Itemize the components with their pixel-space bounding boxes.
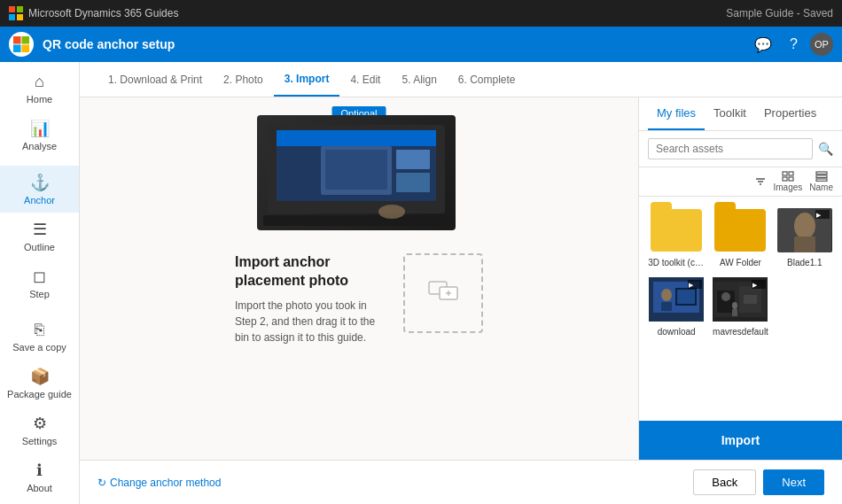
svg-rect-26 [783,177,787,181]
guide-content: Optional [80,97,638,460]
name-view-button[interactable]: Name [809,171,833,192]
asset-mavres[interactable]: ▶ mavresdefault [712,275,768,337]
step-complete[interactable]: 6. Complete [448,62,526,97]
analyse-icon: 📊 [30,119,50,138]
svg-point-16 [378,205,405,219]
drop-zone[interactable] [403,253,483,333]
mavres-image: ▶ [713,277,768,322]
asset-download-label: download [658,327,696,337]
svg-rect-49 [744,295,757,304]
svg-point-32 [794,213,815,239]
svg-rect-3 [17,14,23,20]
app-logo [9,32,34,57]
images-view-button[interactable]: Images [774,171,803,192]
about-icon: ℹ [36,461,43,480]
change-anchor-method-link[interactable]: ↻ Change anchor method [97,477,221,489]
sidebar-item-anchor[interactable]: ⚓ Anchor [0,166,79,213]
svg-rect-5 [22,36,30,44]
sidebar-label-settings: Settings [22,436,58,446]
images-label: Images [774,182,803,192]
svg-rect-24 [783,172,787,175]
laptop-image [257,115,456,230]
step-download[interactable]: 1. Download & Print [97,62,213,97]
svg-rect-4 [13,36,21,44]
asset-3d-toolkit-label: 3D toolkit (custom) [648,258,705,268]
sidebar-item-save-copy[interactable]: ⎘ Save a copy [0,314,79,360]
save-copy-icon: ⎘ [35,321,44,339]
sidebar-item-analyse[interactable]: 📊 Analyse [0,112,79,159]
step-info: Import anchor placement photo Import the… [235,253,483,345]
guide-image-section: Import anchor placement photo Import the… [106,115,612,345]
titlebar: Microsoft Dynamics 365 Guides Sample Gui… [0,0,842,27]
sidebar: ⌂ Home 📊 Analyse ⚓ Anchor ☰ Outline ◻ St… [0,62,80,504]
filter-button[interactable] [754,175,767,188]
sidebar-item-settings[interactable]: ⚙ Settings [0,407,79,454]
change-method-icon: ↻ [97,477,106,489]
sidebar-item-step[interactable]: ◻ Step [0,260,79,306]
tab-my-files[interactable]: My files [648,97,705,130]
step-import[interactable]: 3. Import [274,62,340,97]
sidebar-item-home[interactable]: ⌂ Home [0,66,79,112]
assets-grid: 3D toolkit (custom) AW Folder [639,197,842,421]
svg-rect-41 [677,290,695,304]
anchor-icon: ⚓ [30,173,50,192]
svg-rect-39 [661,302,672,311]
asset-aw-thumb [713,205,768,254]
help-button[interactable]: ? [784,33,803,56]
svg-rect-0 [9,6,15,12]
search-bar: 🔍 [639,131,842,167]
sidebar-label-analyse: Analyse [22,141,57,151]
svg-rect-2 [9,14,15,20]
svg-point-48 [721,292,730,301]
sidebar-label-save-copy: Save a copy [12,342,66,353]
step-edit[interactable]: 4. Edit [339,62,391,97]
asset-mavres-thumb: ▶ [713,275,768,323]
folder-icon-3d [651,209,702,252]
next-button[interactable]: Next [763,469,824,495]
svg-rect-14 [396,150,430,169]
tab-properties[interactable]: Properties [755,97,825,130]
svg-rect-30 [816,179,827,182]
sidebar-label-step: Step [29,289,50,299]
search-input[interactable] [648,138,813,159]
search-button[interactable]: 🔍 [818,142,833,156]
home-icon: ⌂ [35,73,44,91]
outline-icon: ☰ [33,220,47,239]
svg-rect-25 [789,172,793,175]
view-options: Images Name [639,167,842,197]
sidebar-item-about[interactable]: ℹ About [0,454,79,500]
import-button[interactable]: Import [648,428,833,453]
feedback-button[interactable]: 💬 [749,33,777,57]
step-title: Import anchor placement photo [235,253,386,291]
tab-toolkit[interactable]: Toolkit [705,97,755,130]
step-icon: ◻ [33,267,46,286]
asset-blade[interactable]: ▶ Blade1.1 [776,205,833,268]
svg-rect-15 [396,173,430,192]
package-icon: 📦 [30,367,50,386]
sidebar-item-package[interactable]: 📦 Package guide [0,360,79,407]
header-actions: 💬 ? OP [749,33,833,57]
svg-rect-13 [325,150,387,190]
step-text: Import anchor placement photo Import the… [235,253,386,345]
svg-point-38 [661,289,672,301]
layout: ⌂ Home 📊 Analyse ⚓ Anchor ☰ Outline ◻ St… [0,62,842,504]
drop-icon [427,276,459,310]
right-panel: My files Toolkit Properties 🔍 [638,97,842,460]
app-header: QR code anchor setup 💬 ? OP [0,27,842,62]
footer: ↻ Change anchor method Back Next [80,460,842,504]
step-photo[interactable]: 2. Photo [213,62,274,97]
asset-aw-folder[interactable]: AW Folder [712,205,768,268]
sidebar-item-outline[interactable]: ☰ Outline [0,213,79,260]
user-button[interactable]: OP [810,33,833,56]
svg-rect-27 [789,177,793,181]
step-align[interactable]: 5. Align [391,62,447,97]
sidebar-label-outline: Outline [24,242,55,252]
sidebar-label-anchor: Anchor [24,195,55,205]
asset-blade-label: Blade1.1 [787,258,822,268]
back-button[interactable]: Back [693,469,756,495]
asset-3d-toolkit[interactable]: 3D toolkit (custom) [648,205,705,268]
asset-download[interactable]: ▶ download [648,275,705,337]
sidebar-label-home: Home [27,94,52,105]
settings-icon: ⚙ [33,414,47,433]
svg-rect-11 [263,215,449,226]
